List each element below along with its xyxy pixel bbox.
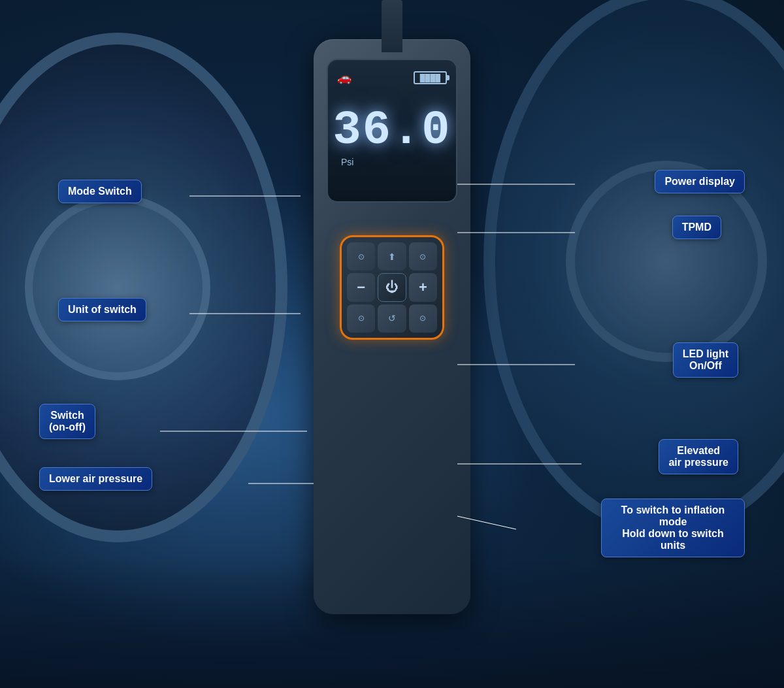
elevated-air-pressure-label: Elevatedair pressure	[659, 439, 738, 474]
power-button[interactable]: ⏻	[378, 273, 406, 301]
wheel-right-bg	[483, 0, 784, 536]
lower-air-pressure-label: Lower air pressure	[39, 467, 152, 491]
button-panel[interactable]: ⊙ ⬆ ⊙ − ⏻ + ⊙ ↺ ⊙	[340, 235, 444, 340]
battery-icon: ████	[414, 71, 447, 84]
device-container: 🚗 ████ 36.0 Psi ⊙ ⬆ ⊙ −	[307, 0, 477, 653]
main-scene: 🚗 ████ 36.0 Psi ⊙ ⬆ ⊙ −	[0, 0, 784, 688]
power-display-label: Power display	[655, 170, 745, 193]
top-left-button[interactable]: ⊙	[347, 242, 375, 270]
pressure-value: 36.0	[333, 107, 451, 154]
unit-of-switch-label: Unit of switch	[58, 298, 146, 321]
tpmd-label: TPMD	[672, 216, 721, 239]
display-top-row: 🚗 ████	[328, 65, 456, 90]
device-body: 🚗 ████ 36.0 Psi ⊙ ⬆ ⊙ −	[314, 39, 470, 614]
switch-on-off-label: Switch(on-off)	[39, 404, 95, 439]
hose-connector	[382, 0, 402, 52]
mode-button[interactable]: ↺	[378, 304, 406, 333]
wheel-left-bg	[0, 33, 287, 542]
display-screen: 🚗 ████ 36.0 Psi	[327, 59, 457, 203]
top-center-button[interactable]: ⬆	[378, 242, 406, 270]
bottom-right-button[interactable]: ⊙	[409, 304, 437, 333]
unit-label: Psi	[341, 157, 353, 167]
led-light-label: LED lightOn/Off	[673, 342, 738, 378]
plus-button[interactable]: +	[409, 273, 437, 301]
top-right-button[interactable]: ⊙	[409, 242, 437, 270]
car-mode-icon: 🚗	[337, 71, 351, 85]
mode-switch-label: Mode Switch	[58, 180, 142, 203]
minus-button[interactable]: −	[347, 273, 375, 301]
inflation-mode-label: To switch to inflation modeHold down to …	[601, 499, 745, 557]
bottom-left-button[interactable]: ⊙	[347, 304, 375, 333]
